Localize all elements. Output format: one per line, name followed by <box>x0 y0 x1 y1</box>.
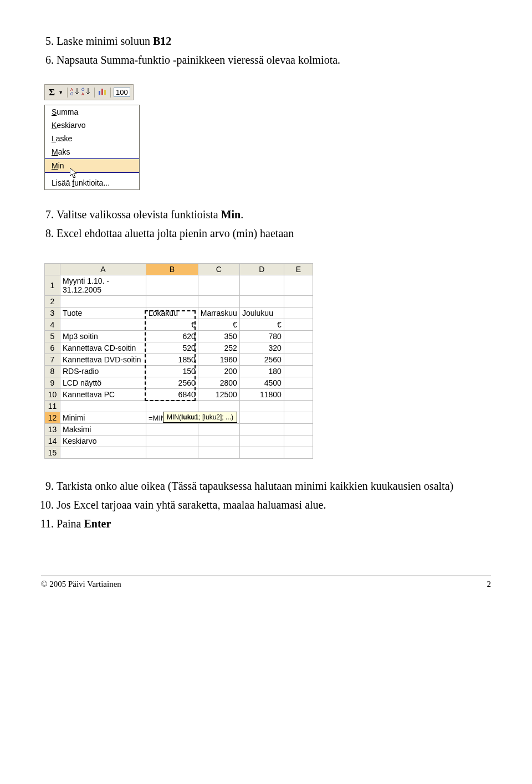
menu-item-min[interactable]: Min <box>45 158 139 173</box>
cell[interactable]: 620 <box>146 331 198 342</box>
cell[interactable]: 320 <box>239 342 284 354</box>
cell[interactable]: Maksimi <box>60 424 146 435</box>
cell[interactable] <box>284 331 313 342</box>
cell[interactable] <box>284 389 313 401</box>
cell[interactable] <box>239 275 284 296</box>
cell[interactable]: Tuote <box>60 308 146 319</box>
row-header[interactable]: 4 <box>45 319 60 331</box>
cell[interactable] <box>284 296 313 308</box>
cell[interactable] <box>146 401 198 412</box>
cell[interactable]: 2800 <box>198 377 239 389</box>
cell[interactable] <box>198 296 239 308</box>
cell[interactable]: RDS-radio <box>60 366 146 377</box>
cell[interactable] <box>60 447 146 459</box>
cell[interactable] <box>239 424 284 435</box>
cell[interactable] <box>198 447 239 459</box>
cell[interactable]: 2560 <box>146 377 198 389</box>
cell[interactable]: 780 <box>239 331 284 342</box>
cell[interactable]: Mp3 soitin <box>60 331 146 342</box>
cell[interactable] <box>284 412 313 424</box>
cell[interactable]: 200 <box>198 366 239 377</box>
cell[interactable]: Kannettava PC <box>60 389 146 401</box>
sort-desc-icon[interactable]: ÖA <box>81 86 91 98</box>
cell[interactable]: Minimi <box>60 412 146 424</box>
dropdown-arrow-icon[interactable]: ▼ <box>57 90 64 95</box>
cell[interactable] <box>284 319 313 331</box>
cell[interactable] <box>146 424 198 435</box>
cell[interactable] <box>198 435 239 447</box>
cell[interactable]: 6840 <box>146 389 198 401</box>
col-header[interactable]: D <box>239 264 284 275</box>
cell[interactable] <box>284 342 313 354</box>
cell[interactable] <box>146 435 198 447</box>
cell[interactable] <box>198 401 239 412</box>
cell[interactable] <box>284 401 313 412</box>
cell[interactable] <box>146 296 198 308</box>
cell[interactable]: Marraskuu <box>198 308 239 319</box>
cell[interactable]: 11800 <box>239 389 284 401</box>
cell[interactable]: Lokakuu <box>146 308 198 319</box>
col-header-selected[interactable]: B <box>146 264 198 275</box>
row-header[interactable]: 13 <box>45 424 60 435</box>
cell[interactable]: Myynti 1.10. - 31.12.2005 <box>60 275 146 296</box>
cell[interactable] <box>239 435 284 447</box>
menu-item-maks[interactable]: Maks <box>45 145 139 158</box>
menu-item-summa[interactable]: Summa <box>45 105 139 119</box>
cell[interactable]: Kannettava CD-soitin <box>60 342 146 354</box>
cell[interactable] <box>60 401 146 412</box>
cell[interactable] <box>239 447 284 459</box>
cell[interactable]: 180 <box>239 366 284 377</box>
cell[interactable]: 150 <box>146 366 198 377</box>
cell[interactable] <box>60 296 146 308</box>
cell[interactable]: 1850 <box>146 354 198 366</box>
cell[interactable]: € <box>239 319 284 331</box>
row-header[interactable]: 3 <box>45 308 60 319</box>
cell[interactable]: 4500 <box>239 377 284 389</box>
sort-asc-icon[interactable]: AÖ <box>70 86 80 98</box>
cell[interactable] <box>198 424 239 435</box>
cell[interactable]: 1960 <box>198 354 239 366</box>
cell[interactable]: € <box>198 319 239 331</box>
cell[interactable]: 12500 <box>198 389 239 401</box>
cell[interactable]: € <box>146 319 198 331</box>
cell[interactable] <box>239 296 284 308</box>
cell[interactable]: LCD näyttö <box>60 377 146 389</box>
cell[interactable] <box>198 275 239 296</box>
cell[interactable] <box>284 435 313 447</box>
menu-item-lis-funktioita-[interactable]: Lisää funktioita... <box>45 176 139 189</box>
row-header[interactable]: 6 <box>45 342 60 354</box>
cell[interactable] <box>60 319 146 331</box>
row-header[interactable]: 5 <box>45 331 60 342</box>
row-header[interactable]: 1 <box>45 275 60 296</box>
cell[interactable] <box>146 447 198 459</box>
row-header[interactable]: 2 <box>45 296 60 308</box>
cell[interactable] <box>239 412 284 424</box>
cell[interactable]: 2560 <box>239 354 284 366</box>
row-header[interactable]: 9 <box>45 377 60 389</box>
col-header[interactable]: A <box>60 264 146 275</box>
cell[interactable] <box>284 275 313 296</box>
cell[interactable]: 350 <box>198 331 239 342</box>
row-header[interactable]: 10 <box>45 389 60 401</box>
col-header[interactable]: E <box>284 264 313 275</box>
menu-item-laske[interactable]: Laske <box>45 132 139 145</box>
cell[interactable]: Kannettava DVD-soitin <box>60 354 146 366</box>
chart-wizard-icon[interactable] <box>98 86 108 98</box>
cell[interactable]: Keskiarvo <box>60 435 146 447</box>
cell[interactable] <box>284 366 313 377</box>
cell[interactable] <box>146 275 198 296</box>
col-header[interactable]: C <box>198 264 239 275</box>
row-header[interactable]: 14 <box>45 435 60 447</box>
cell[interactable]: 252 <box>198 342 239 354</box>
cell[interactable]: 520 <box>146 342 198 354</box>
cell[interactable] <box>284 377 313 389</box>
row-header[interactable]: 12 <box>45 412 60 424</box>
cell[interactable] <box>284 308 313 319</box>
cell[interactable] <box>284 447 313 459</box>
row-header[interactable]: 11 <box>45 401 60 412</box>
cell[interactable] <box>239 401 284 412</box>
menu-item-keskiarvo[interactable]: Keskiarvo <box>45 119 139 132</box>
row-header[interactable]: 7 <box>45 354 60 366</box>
row-header[interactable]: 15 <box>45 447 60 459</box>
cell[interactable] <box>284 424 313 435</box>
